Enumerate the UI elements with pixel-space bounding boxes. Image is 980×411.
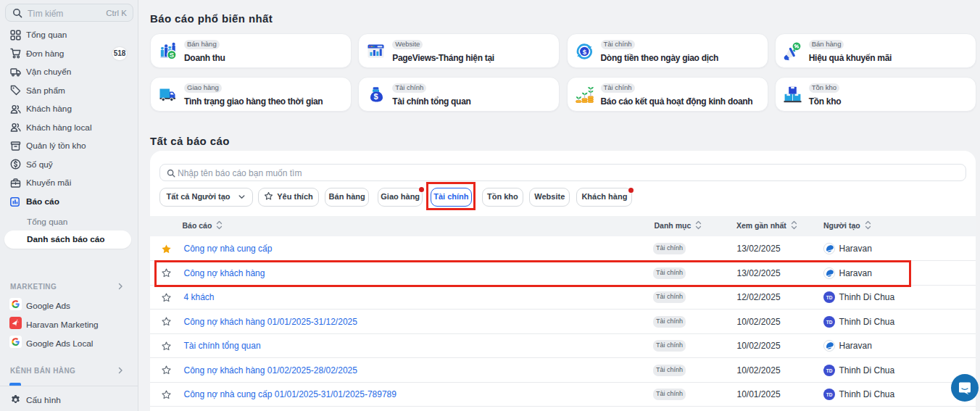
svg-text:TD: TD [826, 319, 833, 324]
svg-text:TD: TD [826, 368, 833, 373]
svg-text:S: S [170, 51, 174, 59]
svg-text:TD: TD [826, 295, 833, 300]
svg-text:$: $ [374, 92, 378, 101]
svg-text:TD: TD [826, 392, 833, 397]
svg-text:$: $ [582, 48, 586, 56]
